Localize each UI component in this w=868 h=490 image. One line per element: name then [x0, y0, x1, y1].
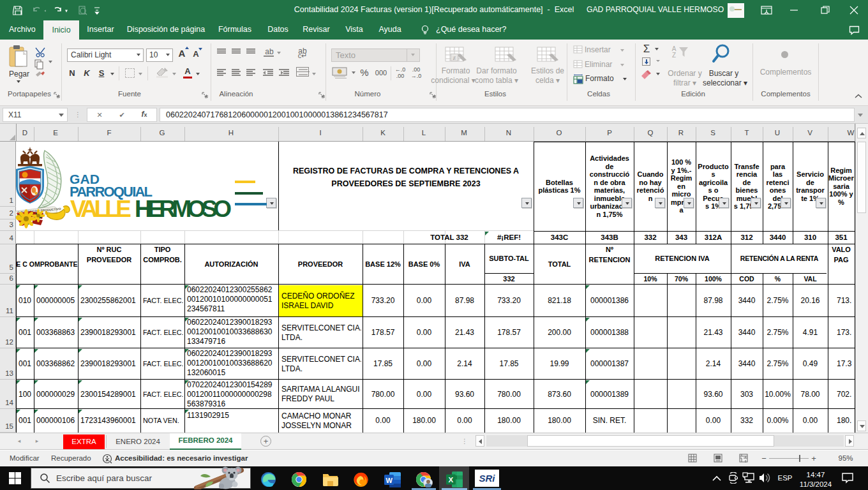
svg-text:W: W — [386, 477, 393, 484]
svg-text:HERMOSO: HERMOSO — [135, 196, 232, 222]
svg-text:VALLE: VALLE — [70, 196, 131, 222]
svg-text:X: X — [448, 476, 453, 484]
